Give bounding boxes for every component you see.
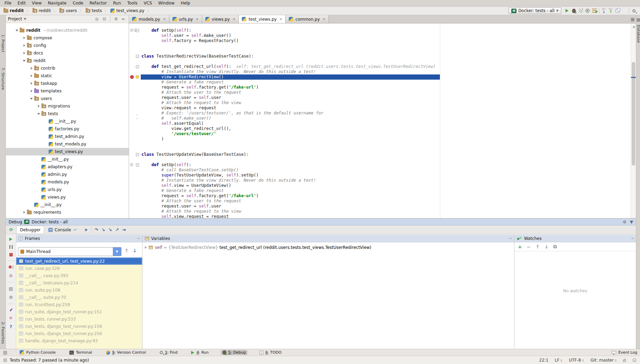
test-status-icon[interactable] <box>3 358 7 362</box>
undo-icon[interactable] <box>621 7 628 14</box>
tree-item-models-py[interactable]: models.py <box>6 178 129 186</box>
coverage-icon[interactable] <box>577 7 584 14</box>
code-line[interactable]: # call BaseUserTestCase.setUp() <box>129 168 636 173</box>
tool-stripe-project[interactable]: 1: Project <box>1 34 5 52</box>
force-step-into-icon[interactable]: ↘ <box>108 227 112 232</box>
move-up-icon[interactable]: ↑ <box>535 244 540 250</box>
fold-marker-icon[interactable]: − <box>136 163 139 166</box>
stack-frame[interactable]: run_tests, django_test_runner.py:256 <box>16 330 142 337</box>
code-line[interactable] <box>129 157 636 162</box>
lock-icon[interactable] <box>623 360 626 362</box>
thread-selector[interactable]: MainThread ▼ <box>18 247 121 256</box>
code-line[interactable]: # Instantiate the view directly. Never d… <box>129 178 636 183</box>
code-line[interactable]: def setUp(self): <box>129 162 636 168</box>
stack-frame[interactable]: run_tests, django_test_runner.py:156 <box>16 323 142 330</box>
run-configuration-select[interactable]: Docker: tests - all ▼ <box>509 7 561 14</box>
code-line[interactable] <box>129 142 636 147</box>
menu-run[interactable]: Run <box>110 0 124 6</box>
menu-navigate[interactable]: Navigate <box>45 0 70 6</box>
project-view-title[interactable]: Project <box>8 17 22 21</box>
hide-panel-icon[interactable]: ▼ <box>630 220 633 224</box>
fold-marker-icon[interactable]: − <box>136 29 139 32</box>
stack-frame[interactable]: run, case.py:329 <box>16 265 142 272</box>
menu-code[interactable]: Code <box>70 0 87 6</box>
stack-frame[interactable]: handle, django_test_manage.py:93 <box>16 337 142 344</box>
code-line[interactable] <box>129 43 636 49</box>
breadcrumb-item[interactable]: users <box>59 8 77 13</box>
intention-bulb-icon[interactable] <box>136 75 139 79</box>
expand-icon[interactable] <box>21 52 27 54</box>
menu-tools[interactable]: Tools <box>124 0 141 6</box>
tree-item-tests[interactable]: tests <box>6 110 129 118</box>
code-line[interactable]: self.assertEqual( <box>129 121 636 126</box>
close-tab-icon[interactable]: × <box>323 17 325 21</box>
gear-icon[interactable]: ⚙ <box>9 295 13 300</box>
fold-marker-icon[interactable]: − <box>136 65 139 68</box>
code-line[interactable]: # Expect: '/users/testuser/', as that is… <box>129 111 636 116</box>
help-icon[interactable]: ? <box>10 324 12 329</box>
collapse-icon[interactable] <box>21 60 27 62</box>
code-line[interactable]: # Attach the request to the view <box>129 209 636 214</box>
show-exec-icon[interactable]: ➤ <box>84 227 88 232</box>
breadcrumb-item[interactable]: reddit <box>3 8 24 13</box>
menu-view[interactable]: View <box>29 0 45 6</box>
services-icon[interactable] <box>591 7 598 14</box>
event-log-button[interactable]: Event Log <box>618 350 637 355</box>
code-line[interactable]: # Attach the request to the view <box>129 100 636 105</box>
fold-marker-icon[interactable]: − <box>136 153 139 156</box>
thread-dropdown-button[interactable]: ▼ <box>113 247 121 256</box>
code-line[interactable]: ) <box>129 136 636 142</box>
menu-vcs[interactable]: VCS <box>140 0 155 6</box>
toolwindow-version-control[interactable]: 9: Version Control <box>104 350 148 355</box>
tree-item-config[interactable]: config <box>6 42 129 49</box>
data-view-icon[interactable]: ▦ <box>631 17 634 22</box>
stack-frame[interactable]: __call__, case.py:393 <box>16 272 142 279</box>
code-line[interactable]: class TestUserUpdateView(BaseUserTestCas… <box>129 152 636 157</box>
code-line[interactable]: # Instantiate the view directly. Never d… <box>129 69 636 74</box>
variable-row[interactable]: self = {TestUserRedirectView} test_get_r… <box>142 242 514 250</box>
step-into-icon[interactable]: ↘ <box>101 227 105 232</box>
expand-icon[interactable] <box>21 37 27 39</box>
tree-item-test_admin-py[interactable]: test_admin.py <box>6 133 129 140</box>
tree-item-migrations[interactable]: migrations <box>6 102 129 110</box>
status-widget-utf-8[interactable]: UTF-8↕ <box>569 358 584 363</box>
close-tab-icon[interactable]: × <box>279 17 282 21</box>
code-line[interactable]: # self.make_user() <box>129 116 636 121</box>
collapse-icon[interactable] <box>29 98 34 100</box>
profiler-icon[interactable] <box>584 7 591 14</box>
debug-tab-console[interactable]: Console→* <box>45 226 80 234</box>
status-widget-lf[interactable]: LF↕ <box>555 358 563 363</box>
gear-icon[interactable]: ⚙ <box>113 16 119 22</box>
step-over-icon[interactable]: ↷ <box>95 227 98 232</box>
tree-item-__init__-py[interactable]: __init__.py <box>6 155 129 163</box>
status-message[interactable]: Tests Passed: 7 passed (a minute ago) <box>10 358 89 363</box>
recent-changes-icon[interactable] <box>614 7 621 14</box>
collapse-all-icon[interactable]: ⊟ <box>101 16 107 22</box>
toolwindow-debug[interactable]: 5: Debug <box>221 350 247 355</box>
locate-file-icon[interactable]: ◎ <box>94 16 100 22</box>
expand-icon[interactable] <box>145 246 147 249</box>
code-line[interactable] <box>129 59 636 64</box>
view-breakpoints-icon[interactable] <box>9 265 13 269</box>
code-line[interactable]: # Generate a fake request <box>129 80 636 85</box>
move-down-icon[interactable]: ↓ <box>544 244 549 250</box>
toolwindow-run[interactable]: 4: Run <box>189 350 210 355</box>
tool-stripe-structure[interactable]: 7: Structure <box>1 68 5 90</box>
toolwindow-terminal[interactable]: Terminal <box>68 350 94 355</box>
code-line[interactable]: '/users/testuser/' <box>129 131 636 136</box>
rerun-icon[interactable]: ⟳ <box>9 228 13 232</box>
breadcrumb-item[interactable]: test_views.py <box>110 8 145 13</box>
toolwindow-python-console[interactable]: Python Console <box>18 350 57 355</box>
code-line[interactable]: self.factory = RequestFactory() <box>129 38 636 43</box>
code-line[interactable] <box>129 147 636 152</box>
collapse-icon[interactable] <box>36 113 41 115</box>
tree-item-contrib[interactable]: contrib <box>6 64 129 72</box>
restore-layout-icon[interactable]: ▤ <box>9 286 13 291</box>
menu-edit[interactable]: Edit <box>14 0 29 6</box>
menu-help[interactable]: Help <box>178 0 193 6</box>
code-editor[interactable]: def setUp(self): self.user = self.make_u… <box>129 23 636 218</box>
close-icon[interactable]: ✕ <box>9 316 13 320</box>
previous-frame-icon[interactable]: ↑ <box>125 248 129 253</box>
code-line[interactable]: self.view = UserUpdateView() <box>129 183 636 188</box>
mute-breakpoints-icon[interactable]: ⊘ <box>9 273 13 278</box>
